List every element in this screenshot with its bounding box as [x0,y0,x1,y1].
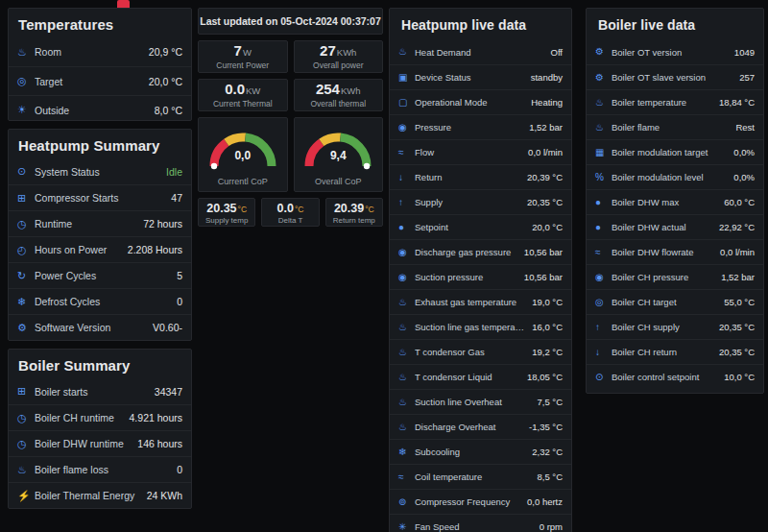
table-row: ♨ Exhaust gas temperature 19,0 °C [390,289,571,314]
thermometer-icon: ♨ [398,348,412,357]
table-row: ♨ Discharge Overheat -1,35 °C [390,414,571,439]
row-label: Boiler control setpoint [612,372,718,382]
stat-label: Return temp [333,216,375,225]
row-value: Idle [166,166,182,178]
row-label: Setpoint [415,222,526,232]
panel-title-temperatures[interactable]: Temperatures [9,9,191,36]
row-label: Boiler modulation level [612,172,728,182]
last-updated-text: Last updated on 05-Oct-2024 00:37:07 [200,15,380,27]
row-label: T condensor Liquid [415,372,521,382]
stat-value-line: 254KWh [316,82,361,98]
percent-icon: % [595,173,609,182]
thermometer-icon: ♨ [398,398,412,407]
table-row: ↻ Power Cycles 5 [9,262,191,288]
row-value: 4.921 hours [130,412,182,423]
stat-tile: 7W Current Power [198,40,288,73]
stat-value: 27 [320,42,336,59]
row-label: Discharge gas pressure [415,247,518,257]
gauge-overall-cop: 9,4 Overall CoP [294,117,384,192]
frequency-icon: ⊚ [398,497,412,507]
stat-unit: °C [238,205,248,214]
row-value: Rest [735,122,755,133]
table-row: ⊚ Compressor Frequency 0,0 hertz [390,489,571,514]
table-row: ⚡ Boiler Thermal Energy 24 KWh [9,482,191,508]
boiler-live-rows: ⚙ Boiler OT version 1049 ⚙ Boiler OT sla… [587,39,763,389]
row-value: 0,0% [733,172,755,182]
row-label: Runtime [35,218,137,230]
row-label: Flow [415,147,522,157]
row-value: 10,56 bar [524,247,563,257]
table-row: ⊞ Boiler starts 34347 [9,378,191,404]
row-label: Boiler modulation target [612,147,728,157]
modulation-icon: ▦ [595,148,609,157]
row-value: 5 [177,270,182,281]
row-label: Boiler temperature [612,97,713,108]
table-row: ⊙ System Status Idle [9,158,191,184]
row-value: 0,0% [733,147,755,157]
row-label: Target [35,76,143,87]
row-value: 0 [177,296,182,307]
stats-row-thermal: 0.0KW Current Thermal 254KWh Overall the… [198,79,383,111]
table-row: ♨ Boiler flame Rest [587,114,763,139]
row-value: 20,35 °C [527,197,563,207]
stat-unit: W [243,47,252,58]
stat-value-line: 0.0°C [277,200,304,216]
row-value: 19,2 °C [532,347,563,357]
panel-title-boiler-summary[interactable]: Boiler Summary [9,350,191,377]
stat-value: 254 [316,81,340,97]
middle-column: Last updated on 05-Oct-2024 00:37:07 7W … [198,8,383,227]
stat-label: Current Thermal [213,99,273,109]
row-value: 18,05 °C [527,372,563,382]
panel-title-boiler-live[interactable]: Boiler live data [587,9,763,38]
stat-tile: 27KWh Overall power [294,40,384,73]
row-label: Boiler flame [612,122,730,133]
thermometer-icon: ♨ [398,298,412,307]
droplet-icon: ● [595,198,609,207]
chip-icon: ⚙ [595,47,609,57]
panel-title-heatpump-live[interactable]: Heatpump live data [390,9,571,38]
panel-title-heatpump-summary[interactable]: Heatpump Summary [9,130,191,157]
gauge-label: Overall CoP [295,177,383,186]
droplet-up-icon: ↑ [398,198,412,207]
row-label: Discharge Overheat [415,422,523,432]
row-label: Compressor Frequency [415,496,521,507]
stat-label: Delta T [278,216,303,225]
row-label: Device Status [415,72,525,83]
row-value: 0,0 l/min [528,147,563,157]
row-value: 72 hours [143,218,182,230]
stat-value: 20.39 [334,202,364,215]
table-row: ▢ Operational Mode Heating [390,89,571,114]
row-value: 10,0 °C [724,372,755,382]
row-value: 8,0 °C [155,105,182,116]
gauge-label: Currentl CoP [199,177,287,186]
stat-label: Overall power [313,60,363,70]
coil-icon: ≈ [398,472,412,482]
stat-value-line: 0.0KW [225,82,260,98]
row-value: 1,52 bar [529,122,563,133]
row-label: T condensor Gas [415,347,526,357]
table-row: ◉ Boiler CH pressure 1,52 bar [587,264,763,289]
row-label: Boiler OT version [612,47,729,58]
row-label: Boiler CH target [612,297,718,307]
row-label: Heat Demand [415,47,545,58]
table-row: ◉ Suction pressure 10,56 bar [390,264,571,289]
table-row: ♨ T condensor Liquid 18,05 °C [390,364,571,389]
mode-icon: ▢ [398,98,412,108]
table-row: ◉ Discharge gas pressure 10,56 bar [390,239,571,264]
stat-value-line: 27KWh [320,43,356,60]
counter-icon: ⊞ [17,193,32,204]
table-row: ♨ Room 20,9 °C [9,37,191,66]
table-row: ◉ Pressure 1,52 bar [390,114,571,139]
gauge-icon: ◉ [398,248,412,257]
stat-tile: 254KWh Overall thermal [294,79,384,111]
chip-icon: ⚙ [595,73,609,83]
row-value: 7,5 °C [537,397,563,407]
sun-icon: ☀ [17,105,32,115]
row-value: Heating [531,97,563,108]
table-row: ≈ Boiler DHW flowrate 0,0 l/min [587,239,763,264]
row-value: 2.208 Hours [128,244,182,255]
droplet-up-icon: ↑ [595,323,609,332]
heatpump-live-rows: ♨ Heat Demand Off ▣ Device Status standb… [390,39,571,532]
row-value: 146 hours [137,438,182,449]
stat-value: 7 [234,42,242,59]
